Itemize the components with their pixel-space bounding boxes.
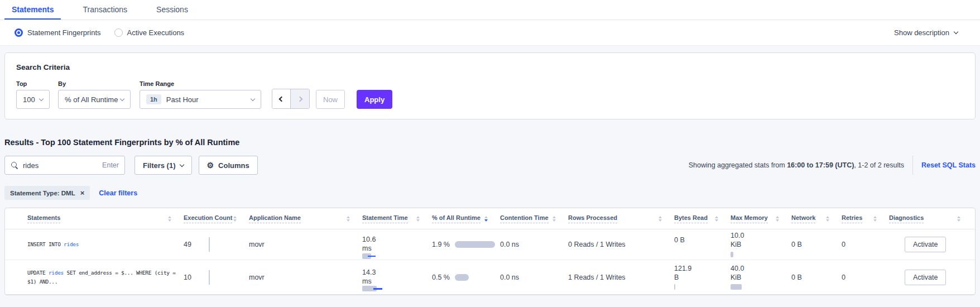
stats-prefix: Showing aggregated stats from [689,161,787,169]
application-name-cell: movr [249,241,362,248]
tab-label: Sessions [156,5,188,14]
view-toggle-strip: Statement Fingerprints Active Executions… [0,20,980,46]
pct-runtime-cell: 0.5 % [432,274,500,281]
search-criteria-card: Search Criteria Top 100 By % of All Runt… [4,52,976,119]
radio-selected-icon [15,28,23,37]
sort-icon-active-desc[interactable] [484,216,488,222]
chevron-down-icon [179,162,184,166]
bytes-bar [674,284,675,290]
col-header-pct-runtime[interactable]: % of All Runtime [432,214,500,223]
clear-filters-link[interactable]: Clear filters [99,189,137,197]
statement-search-box: Enter [4,156,125,175]
sort-icon[interactable] [715,216,718,222]
memory-bar [731,284,742,290]
application-name-cell: movr [249,274,362,281]
rows-processed-cell: 1 Reads / 1 Writes [568,274,674,281]
filter-chip-row: Statement Type: DML × Clear filters [4,186,976,200]
tab-transactions[interactable]: Transactions [75,0,134,20]
rows-processed-cell: 0 Reads / 1 Writes [568,241,674,248]
time-next-button[interactable] [291,89,309,108]
chevron-down-icon [954,30,958,34]
apply-button[interactable]: Apply [357,90,392,109]
sort-icon[interactable] [416,216,420,222]
sort-icon[interactable] [826,216,829,222]
bar-axis [209,270,210,285]
results-controls-row: Enter Filters (1) ⚙ Columns Showing aggr… [4,156,976,175]
statements-table: Statements Execution Count Application N… [4,208,976,295]
col-header-network[interactable]: Network [791,214,842,223]
filters-button[interactable]: Filters (1) [134,156,192,175]
col-header-statement-time[interactable]: Statement Time [362,214,432,223]
now-button[interactable]: Now [316,90,345,109]
col-header-execution-count[interactable]: Execution Count [184,214,249,223]
statement-time-cell: 14.3ms [362,268,432,286]
stats-range: 16:00 to 17:59 (UTC) [787,161,854,169]
show-description-toggle[interactable]: Show description [894,28,958,37]
sort-icon[interactable] [347,216,350,222]
chip-label: Statement Type: DML [10,190,75,196]
radio-label: Active Executions [127,28,185,37]
col-header-contention-time[interactable]: Contention Time [500,214,568,223]
search-icon [11,161,18,169]
tab-label: Statements [12,5,54,14]
table-row: UPDATE rides SET end_address = $... WHER… [5,260,975,295]
sort-icon[interactable] [776,216,779,222]
top-control: Top 100 [16,80,58,109]
time-prev-button[interactable] [272,89,291,108]
filters-label: Filters (1) [143,161,176,170]
col-header-rows-processed[interactable]: Rows Processed [568,214,674,223]
col-header-bytes-read[interactable]: Bytes Read [674,214,731,223]
by-control: By % of All Runtime [58,80,140,109]
pct-bar [455,274,469,281]
search-enter-label[interactable]: Enter [102,161,119,169]
bytes-read-cell: 121.9B [674,265,731,290]
table-row: INSERT INTO rides 49 movr 10.6ms 1.9 % 0… [5,229,975,260]
tab-sessions[interactable]: Sessions [149,0,195,20]
by-label: By [58,80,140,87]
table-link[interactable]: rides [49,270,64,276]
sql-activity-page: Statements Transactions Sessions Stateme… [0,0,980,295]
max-memory-cell: 40.0KiB [731,265,791,290]
col-header-max-memory[interactable]: Max Memory [731,214,791,223]
top-select[interactable]: 100 [16,90,50,109]
tab-statements[interactable]: Statements [4,0,61,20]
time-range-label: Time Range [140,80,272,87]
col-header-retries[interactable]: Retries [842,214,889,223]
radio-active-executions[interactable]: Active Executions [114,28,185,37]
chevron-down-icon [120,96,124,100]
sort-icon[interactable] [873,216,877,222]
time-range-select[interactable]: 1h Past Hour [140,90,261,109]
close-icon[interactable]: × [80,189,85,196]
sort-icon[interactable] [168,216,171,222]
sort-icon[interactable] [659,216,662,222]
top-select-value: 100 [23,95,35,104]
memory-bar [731,252,733,257]
page-content: Search Criteria Top 100 By % of All Runt… [0,46,980,295]
columns-label: Columns [218,161,249,170]
radio-statement-fingerprints[interactable]: Statement Fingerprints [15,28,101,37]
show-description-label: Show description [894,28,949,37]
search-input[interactable] [23,161,98,170]
col-header-statements[interactable]: Statements [27,214,184,223]
statement-fingerprint[interactable]: INSERT INTO rides [27,240,184,248]
col-header-diagnostics[interactable]: Diagnostics [889,214,973,223]
sort-icon[interactable] [553,216,556,222]
chevron-down-icon [251,96,255,100]
tab-label: Transactions [83,5,127,14]
reset-sql-stats-link[interactable]: Reset SQL Stats [921,161,976,169]
col-header-application-name[interactable]: Application Name [249,214,362,223]
bar-axis [209,237,210,252]
activate-diagnostics-button[interactable]: Activate [905,237,946,252]
table-header-row: Statements Execution Count Application N… [5,208,975,229]
search-criteria-title: Search Criteria [16,63,964,71]
tabbar: Statements Transactions Sessions [0,0,980,20]
by-select[interactable]: % of All Runtime [58,90,131,109]
activate-diagnostics-button[interactable]: Activate [905,270,946,285]
statement-fingerprint[interactable]: UPDATE rides SET end_address = $... WHER… [27,268,184,285]
sort-icon[interactable] [957,216,960,222]
execution-count-cell: 10 [184,270,249,285]
table-link[interactable]: rides [64,241,79,247]
columns-button[interactable]: ⚙ Columns [199,156,258,175]
sort-icon[interactable] [233,216,237,222]
time-range-control: Time Range 1h Past Hour [140,80,272,109]
